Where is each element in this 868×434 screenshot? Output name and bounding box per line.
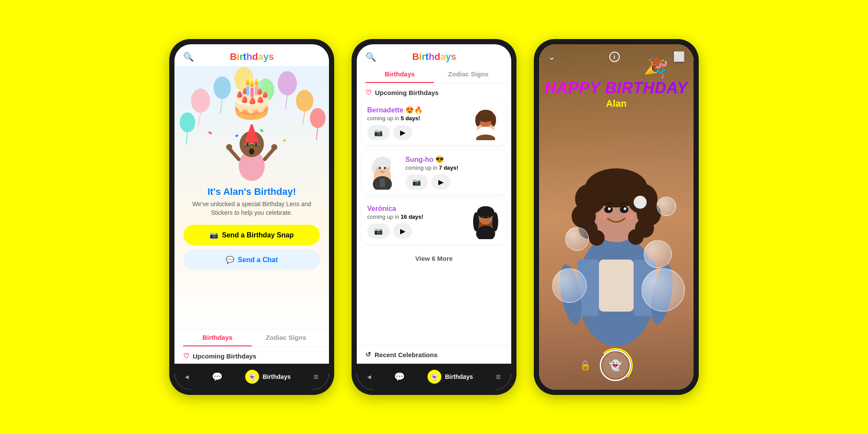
- app-logo-nav: 👻 Birthdays: [245, 370, 291, 384]
- birthday-card-sungho: Sung-ho 😎 coming up in 7 days! 📷 ▶: [362, 150, 506, 195]
- svg-line-13: [186, 132, 187, 144]
- phone2-top-nav: 🔍 Birthdays: [357, 44, 511, 66]
- veronica-name: Verónica: [367, 205, 466, 213]
- svg-point-55: [477, 206, 494, 218]
- phone-1-screen: 🔍 Birthdays: [174, 44, 329, 390]
- svg-point-59: [487, 216, 490, 218]
- svg-line-33: [265, 148, 274, 159]
- bernadette-avatar: [470, 105, 501, 140]
- phone1-top-nav: 🔍 Birthdays: [174, 44, 329, 66]
- view-more-button[interactable]: View 6 More: [362, 249, 506, 268]
- app-logo-nav-2: 👻 Birthdays: [427, 370, 473, 384]
- svg-point-40: [491, 114, 496, 126]
- svg-point-50: [384, 167, 386, 169]
- ar-bottom-bar: 🔒 👻: [539, 350, 694, 381]
- info-icon[interactable]: i: [609, 52, 620, 62]
- svg-point-10: [296, 90, 313, 112]
- svg-point-58: [482, 216, 484, 218]
- svg-point-47: [374, 157, 391, 169]
- tab-birthdays-2[interactable]: Birthdays: [365, 66, 434, 83]
- menu-icon-2[interactable]: ≡: [496, 372, 501, 382]
- ar-background: ⌄ i ⬜ HAPPY BIRTHDAY Alan: [539, 44, 694, 390]
- svg-point-30: [255, 143, 257, 146]
- svg-point-41: [482, 118, 484, 120]
- svg-point-25: [250, 121, 253, 124]
- phone-3: ⌄ i ⬜ HAPPY BIRTHDAY Alan: [534, 39, 699, 395]
- svg-line-11: [303, 112, 305, 125]
- veronica-play-button[interactable]: ▶: [393, 224, 412, 239]
- sungho-actions: 📷 ▶: [405, 174, 501, 190]
- search-icon[interactable]: 🔍: [183, 52, 194, 62]
- svg-rect-16: [208, 131, 212, 135]
- shutter-ring: [598, 348, 633, 383]
- svg-rect-52: [380, 178, 385, 187]
- search-icon-2[interactable]: 🔍: [365, 52, 376, 62]
- svg-point-31: [249, 148, 254, 155]
- menu-icon[interactable]: ≡: [313, 372, 319, 382]
- ar-lens-screen: ⌄ i ⬜ HAPPY BIRTHDAY Alan: [539, 44, 694, 390]
- svg-point-49: [379, 167, 381, 169]
- sungho-coming: coming up in 7 days!: [405, 164, 501, 171]
- lock-icon: 🔒: [579, 360, 591, 371]
- svg-point-8: [278, 71, 297, 95]
- page-title-2: Birthdays: [412, 51, 457, 62]
- bernadette-coming: coming up in 5 days!: [367, 115, 466, 122]
- sungho-camera-button[interactable]: 📷: [405, 174, 428, 190]
- bernadette-play-button[interactable]: ▶: [393, 125, 412, 140]
- svg-point-75: [628, 229, 644, 245]
- svg-point-29: [246, 143, 249, 146]
- heart-icon-2: ♡: [365, 89, 372, 97]
- svg-point-48: [372, 163, 376, 173]
- svg-point-34: [226, 144, 232, 150]
- birthday-list: Bernadette 😍🔥 coming up in 5 days! 📷 ▶: [357, 100, 511, 345]
- back-icon-2[interactable]: ◂: [367, 372, 371, 381]
- camera-switch-icon[interactable]: ⬜: [673, 51, 685, 62]
- bubble-3: [641, 268, 685, 312]
- svg-line-15: [316, 128, 318, 140]
- bitmoji-character: 🎂: [227, 75, 276, 120]
- bitmoji-figure: [226, 116, 278, 181]
- chat-nav-icon-2[interactable]: 💬: [394, 372, 405, 382]
- upcoming-birthdays-header: ♡ Upcoming Birthdays: [174, 347, 329, 364]
- sungho-info: Sung-ho 😎 coming up in 7 days! 📷 ▶: [405, 155, 501, 190]
- phone1-bottom-section: Birthdays Zodiac Signs ♡ Upcoming Birthd…: [174, 329, 329, 364]
- phone-2: 🔍 Birthdays Birthdays Zodiac Signs ♡ Upc…: [352, 39, 516, 395]
- snapchat-logo-icon: 👻: [245, 370, 259, 384]
- svg-line-3: [220, 99, 222, 114]
- tabs-container: Birthdays Zodiac Signs: [174, 329, 329, 347]
- bubble-1: [552, 268, 587, 303]
- chat-nav-icon[interactable]: 💬: [212, 372, 223, 382]
- svg-point-14: [310, 108, 326, 128]
- upcoming-birthdays-header-2: ♡ Upcoming Birthdays: [357, 83, 511, 100]
- svg-point-12: [180, 112, 195, 132]
- veronica-camera-button[interactable]: 📷: [367, 224, 390, 239]
- phone-2-screen: 🔍 Birthdays Birthdays Zodiac Signs ♡ Upc…: [357, 44, 511, 390]
- phone-1: 🔍 Birthdays: [169, 39, 334, 395]
- svg-point-82: [624, 213, 635, 220]
- ar-top-bar: ⌄ i ⬜: [539, 44, 694, 69]
- birthday-card-veronica: Verónica coming up in 16 days! 📷 ▶: [362, 199, 506, 244]
- tab-zodiac-signs[interactable]: Zodiac Signs: [252, 329, 320, 346]
- back-icon[interactable]: ◂: [185, 372, 189, 381]
- svg-point-79: [624, 207, 626, 210]
- bottom-navigation-2: ◂ 💬 👻 Birthdays ≡: [357, 364, 511, 390]
- sungho-play-button[interactable]: ▶: [431, 174, 450, 190]
- svg-point-57: [492, 212, 498, 231]
- bernadette-actions: 📷 ▶: [367, 125, 466, 140]
- bernadette-info: Bernadette 😍🔥 coming up in 5 days! 📷 ▶: [367, 106, 466, 140]
- veronica-avatar: [470, 204, 501, 239]
- bernadette-camera-button[interactable]: 📷: [367, 125, 390, 140]
- veronica-actions: 📷 ▶: [367, 224, 466, 239]
- svg-point-42: [487, 118, 490, 120]
- bottom-navigation: ◂ 💬 👻 Birthdays ≡: [174, 364, 329, 390]
- tab-zodiac-signs-2[interactable]: Zodiac Signs: [434, 66, 503, 83]
- page-title: Birthdays: [230, 51, 274, 62]
- shutter-button[interactable]: 👻: [600, 350, 631, 381]
- chevron-down-icon[interactable]: ⌄: [548, 51, 556, 62]
- svg-point-0: [191, 89, 210, 113]
- svg-point-78: [608, 207, 611, 210]
- recent-icon: ↺: [365, 351, 371, 358]
- tab-birthdays[interactable]: Birthdays: [183, 329, 252, 346]
- bubble-2: [565, 227, 589, 251]
- svg-point-39: [475, 114, 480, 126]
